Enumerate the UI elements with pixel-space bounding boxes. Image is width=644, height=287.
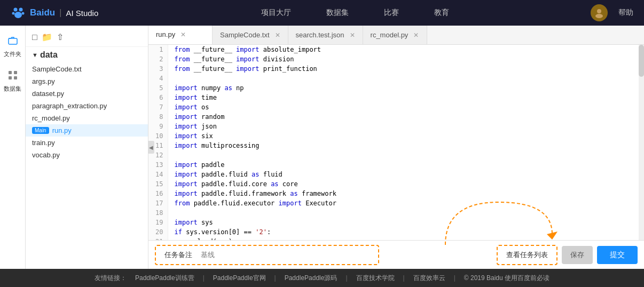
- file-item-runpy[interactable]: Main run.py: [26, 124, 148, 137]
- new-folder-icon[interactable]: 📁: [42, 32, 52, 42]
- icon-sidebar: 文件夹 数据集: [0, 26, 26, 269]
- baseline-input[interactable]: [201, 251, 374, 259]
- code-line-11: import multiprocessing: [168, 141, 644, 150]
- files-icon-btn[interactable]: [4, 32, 21, 49]
- collapse-tree-button[interactable]: ◀: [148, 141, 154, 154]
- file-tree-toolbar: □ 📁 ⇧: [26, 30, 148, 47]
- code-row-16: 16 import paddle.fluid.framework as fram…: [148, 189, 644, 198]
- file-item-args[interactable]: args.py: [26, 75, 148, 87]
- file-name-runpy: run.py: [52, 126, 72, 134]
- sidebar-section-datasets[interactable]: 数据集: [4, 65, 21, 95]
- scrollbar-thumb[interactable]: [639, 45, 644, 77]
- code-row-17: 17 from paddle.fluid.executor import Exe…: [148, 198, 644, 208]
- footer-link-paddleofficial[interactable]: PaddlePaddle官网: [213, 274, 266, 283]
- code-line-20: if sys.version[0] == '2':: [168, 227, 644, 237]
- folder-chevron-icon: ▼: [32, 52, 38, 58]
- tab-rcmodel-close[interactable]: ✕: [413, 31, 419, 39]
- nav-help[interactable]: 帮助: [618, 8, 633, 18]
- code-line-6: import time: [168, 93, 644, 102]
- tab-bar: run.py ✕ SampleCode.txt ✕ search.test.js…: [148, 26, 644, 45]
- code-line-10: import six: [168, 131, 644, 141]
- logo: Baidu | AI Studio: [11, 5, 98, 20]
- line-num-2: 2: [148, 54, 168, 64]
- code-line-5: import numpy as np: [168, 83, 644, 93]
- datasets-icon-btn[interactable]: [4, 67, 21, 84]
- save-button[interactable]: 保存: [562, 246, 593, 264]
- folder-name: data: [40, 50, 58, 60]
- code-line-7: import os: [168, 102, 644, 112]
- file-name-dataset: dataset.py: [32, 90, 64, 98]
- file-item-train[interactable]: train.py: [26, 137, 148, 149]
- file-name-train: train.py: [32, 139, 55, 147]
- tab-runpy-close[interactable]: ✕: [180, 31, 186, 38]
- code-editor[interactable]: 1 from __future__ import absolute_import…: [148, 45, 644, 240]
- nav-item-projects[interactable]: 项目大厅: [257, 6, 295, 20]
- line-num-3: 3: [148, 64, 168, 74]
- line-num-10: 10: [148, 131, 168, 141]
- line-num-17: 17: [148, 198, 168, 208]
- svg-rect-11: [14, 76, 17, 79]
- code-line-1: from __future__ import absolute_import: [168, 45, 644, 54]
- footer-link-paddlecamp[interactable]: PaddlePaddle训练营: [135, 274, 194, 283]
- code-table: 1 from __future__ import absolute_import…: [148, 45, 644, 240]
- line-num-14: 14: [148, 170, 168, 179]
- code-line-16: import paddle.fluid.framework as framewo…: [168, 189, 644, 198]
- code-row-19: 19 import sys: [148, 218, 644, 227]
- file-item-rcmodel[interactable]: rc_model.py: [26, 112, 148, 124]
- tab-searchtestjson[interactable]: search.test.json ✕: [288, 26, 363, 45]
- file-name-vocab: vocab.py: [32, 151, 60, 159]
- svg-point-6: [595, 14, 603, 18]
- top-navigation: Baidu | AI Studio 项目大厅 数据集 比赛 教育 帮助: [0, 0, 644, 26]
- code-row-5: 5 import numpy as np: [148, 83, 644, 93]
- svg-rect-9: [14, 71, 17, 74]
- footer-prefix: 友情链接：: [95, 274, 127, 283]
- tab-searchtestjson-label: search.test.json: [296, 31, 344, 39]
- footer-link-paddlesrc[interactable]: PaddlePaddle源码: [285, 274, 337, 283]
- logo-studio-text: AI Studio: [66, 9, 98, 18]
- file-item-samplecode[interactable]: SampleCode.txt: [26, 63, 148, 75]
- tab-samplecode[interactable]: SampleCode.txt ✕: [213, 26, 288, 45]
- code-line-9: import json: [168, 122, 644, 131]
- nav-item-datasets[interactable]: 数据集: [322, 6, 353, 20]
- code-line-19: import sys: [168, 218, 644, 227]
- nav-item-competition[interactable]: 比赛: [380, 6, 403, 20]
- nav-item-education[interactable]: 教育: [430, 6, 453, 20]
- task-note-tab[interactable]: 任务备注: [160, 248, 197, 262]
- avatar[interactable]: [591, 4, 608, 21]
- footer-sep-2: |: [274, 274, 276, 282]
- line-num-16: 16: [148, 189, 168, 198]
- code-line-12: [168, 150, 644, 160]
- file-item-dataset[interactable]: dataset.py: [26, 87, 148, 100]
- nav-right: 帮助: [591, 4, 633, 21]
- line-num-9: 9: [148, 122, 168, 131]
- vertical-scrollbar[interactable]: [639, 45, 644, 240]
- upload-icon[interactable]: ⇧: [57, 32, 64, 42]
- code-row-13: 13 import paddle: [148, 160, 644, 170]
- code-row-2: 2 from __future__ import division: [148, 54, 644, 64]
- line-num-19: 19: [148, 218, 168, 227]
- view-tasks-button[interactable]: 查看任务列表: [497, 245, 557, 265]
- tab-rcmodel-label: rc_model.py: [371, 31, 409, 39]
- main-area: 文件夹 数据集 □ 📁 ⇧ ▼ data SampleCode: [0, 26, 644, 269]
- folder-item-data[interactable]: ▼ data: [26, 47, 148, 63]
- footer-link-baiduefficiency[interactable]: 百度效率云: [413, 274, 445, 283]
- tab-searchtestjson-close[interactable]: ✕: [350, 31, 355, 39]
- line-num-8: 8: [148, 112, 168, 122]
- logo-divider: |: [59, 8, 61, 18]
- tab-samplecode-close[interactable]: ✕: [275, 31, 280, 39]
- line-num-13: 13: [148, 160, 168, 170]
- sidebar-section-files[interactable]: 文件夹: [4, 30, 21, 60]
- footer-link-baiduacademy[interactable]: 百度技术学院: [356, 274, 395, 283]
- svg-rect-10: [9, 76, 12, 79]
- file-name-args: args.py: [32, 77, 55, 85]
- datasets-label: 数据集: [4, 85, 21, 93]
- line-num-1: 1: [148, 45, 168, 54]
- file-item-paragraph[interactable]: paragraph_extraction.py: [26, 100, 148, 112]
- submit-button[interactable]: 提交: [597, 246, 638, 264]
- tab-runpy[interactable]: run.py ✕: [148, 26, 213, 45]
- tab-rcmodel[interactable]: rc_model.py ✕: [363, 26, 427, 45]
- avatar-icon: [594, 7, 604, 18]
- baidu-logo-icon: [11, 5, 26, 20]
- new-file-icon[interactable]: □: [32, 33, 37, 42]
- file-item-vocab[interactable]: vocab.py: [26, 149, 148, 161]
